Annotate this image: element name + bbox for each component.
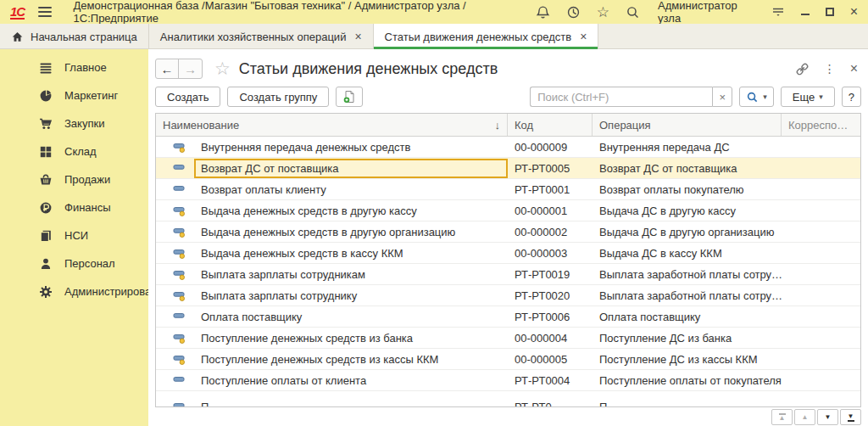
column-header-operation[interactable]: Операция [593, 114, 782, 136]
cell-operation[interactable]: Поступление оплаты от покупателя [593, 370, 782, 390]
table-row[interactable]: Оплата поставщикуРТ-РТ0006Оплата поставщ… [156, 306, 860, 328]
cell-operation[interactable]: Выдача ДС в другую кассу [593, 200, 782, 221]
cell-name[interactable]: Поступление денежных средств из кассы КК… [156, 349, 508, 369]
cell-code[interactable]: РТ-РТ0019 [508, 264, 593, 284]
cell-code[interactable]: РТ-РТ0 [508, 396, 593, 406]
table-row[interactable]: Выдача денежных средств в кассу ККМ00-00… [156, 243, 860, 264]
cell-correspondence[interactable] [782, 221, 860, 242]
cell-correspondence[interactable] [782, 328, 860, 348]
cell-name[interactable]: П [156, 396, 508, 406]
clear-search-icon[interactable]: × [712, 87, 732, 107]
table-row[interactable]: Поступление денежных средств из кассы КК… [156, 349, 860, 370]
sidebar-item-ruble-coin[interactable]: Финансы [0, 193, 148, 221]
cell-code[interactable]: 00-000005 [508, 349, 593, 369]
global-search-icon[interactable] [626, 5, 640, 20]
tab-close-icon[interactable]: × [580, 30, 587, 43]
cell-operation[interactable]: Возврат оплаты покупателю [593, 179, 782, 199]
collapse-panel-icon[interactable] [771, 5, 785, 20]
tab-close-icon[interactable]: × [354, 30, 361, 43]
sidebar-item-cart[interactable]: Закупки [0, 109, 148, 137]
cell-correspondence[interactable] [782, 349, 860, 369]
table-row[interactable]: Выдача денежных средств в другую кассу00… [156, 200, 860, 221]
scroll-up-icon[interactable]: ▲ [794, 409, 815, 425]
favorites-star-icon[interactable]: ☆ [597, 5, 609, 20]
cell-name[interactable]: Выплата зарплаты сотрудникам [156, 264, 508, 284]
cell-correspondence[interactable] [782, 179, 860, 199]
table-row[interactable]: Возврат ДС от поставщикаРТ-РТ0005Возврат… [156, 158, 860, 179]
table-row[interactable]: Выдача денежных средств в другую организ… [156, 221, 860, 243]
search-input[interactable] [530, 87, 712, 107]
cell-name[interactable]: Выдача денежных средств в другую организ… [156, 221, 508, 242]
cell-correspondence[interactable] [782, 200, 860, 221]
back-button[interactable]: ← [156, 59, 179, 78]
sidebar-item-person[interactable]: Персонал [0, 249, 148, 277]
sidebar-item-basket[interactable]: Продажи [0, 165, 148, 193]
cell-code[interactable]: 00-000004 [508, 328, 593, 348]
column-header-name[interactable]: Наименование ↓ [156, 114, 508, 136]
close-form-icon[interactable]: × [850, 61, 858, 76]
get-link-icon[interactable] [795, 62, 810, 76]
sidebar-item-menu-lines[interactable]: Главное [0, 53, 148, 81]
window-close-icon[interactable]: × [850, 6, 858, 18]
cell-operation[interactable]: Поступление ДС из банка [593, 328, 782, 348]
tab-home[interactable]: Начальная страница [0, 24, 149, 49]
scroll-down-icon[interactable]: ▼ [817, 409, 838, 425]
cell-operation[interactable]: Оплата поставщику [593, 306, 782, 327]
sidebar-item-documents[interactable]: НСИ [0, 221, 148, 249]
add-to-favorites-star-icon[interactable]: ☆ [214, 60, 231, 77]
cell-operation[interactable]: Внутренняя передача ДС [593, 137, 782, 157]
cell-correspondence[interactable] [782, 243, 860, 263]
cell-code[interactable]: 00-000003 [508, 243, 593, 263]
scroll-to-bottom-icon[interactable]: ▼ [840, 409, 861, 425]
scroll-to-top-icon[interactable]: ▲ [771, 409, 793, 425]
sidebar-item-pie-chart[interactable]: Маркетинг [0, 81, 148, 109]
cell-code[interactable]: РТ-РТ0020 [508, 285, 593, 305]
cell-name[interactable]: Оплата поставщику [156, 306, 508, 327]
create-group-button[interactable]: Создать группу [227, 87, 329, 107]
cell-code[interactable]: РТ-РТ0004 [508, 370, 593, 390]
current-user[interactable]: Администратор узла [658, 0, 754, 25]
cell-correspondence[interactable] [782, 370, 860, 390]
sidebar-item-grid-blocks[interactable]: Склад [0, 137, 148, 165]
cell-name[interactable]: Поступление оплаты от клиента [156, 370, 508, 390]
cell-operation[interactable]: П [593, 396, 782, 406]
column-header-correspondence[interactable]: Корреспо… [782, 114, 860, 136]
cell-code[interactable]: РТ-РТ0006 [508, 306, 593, 327]
more-button[interactable]: Еще ▾ [781, 87, 835, 107]
copy-item-button[interactable] [336, 87, 363, 107]
cell-code[interactable]: РТ-РТ0001 [508, 179, 593, 199]
cell-operation[interactable]: Выдача ДС в другую организацию [593, 221, 782, 242]
cell-correspondence[interactable] [782, 396, 860, 406]
help-button[interactable]: ? [842, 87, 861, 107]
cell-name[interactable]: Выплата зарплаты сотруднику [156, 285, 508, 305]
cell-name[interactable]: Поступление денежных средств из банка [156, 328, 508, 348]
cell-operation[interactable]: Возврат ДС от поставщика [593, 158, 782, 178]
table-row[interactable]: Внутренняя передача денежных средств00-0… [156, 137, 860, 158]
cell-operation[interactable]: Выплата заработной платы сотру… [593, 285, 782, 305]
forward-button[interactable]: → [179, 59, 202, 78]
cell-correspondence[interactable] [782, 306, 860, 327]
cell-operation[interactable]: Выплата заработной платы сотру… [593, 264, 782, 284]
cell-correspondence[interactable] [782, 158, 860, 178]
maximize-icon[interactable] [826, 8, 833, 16]
cell-name[interactable]: Выдача денежных средств в кассу ККМ [156, 243, 508, 263]
sidebar-item-gear[interactable]: Администрирование [0, 277, 148, 305]
cell-code[interactable]: 00-000001 [508, 200, 593, 221]
cell-name[interactable]: Выдача денежных средств в другую кассу [156, 200, 508, 221]
minimize-icon[interactable] [801, 8, 810, 17]
cell-operation[interactable]: Поступление ДС из кассы ККМ [593, 349, 782, 369]
cell-correspondence[interactable] [782, 264, 860, 284]
table-row[interactable]: ПРТ-РТ0П [156, 396, 860, 406]
create-button[interactable]: Создать [155, 87, 220, 107]
history-icon[interactable] [566, 5, 581, 20]
cell-code[interactable]: РТ-РТ0005 [508, 158, 593, 178]
cell-code[interactable]: 00-000009 [508, 137, 593, 157]
cell-operation[interactable]: Выдача ДС в кассу ККМ [593, 243, 782, 263]
table-row[interactable]: Возврат оплаты клиентуРТ-РТ0001Возврат о… [156, 179, 860, 200]
search-button[interactable]: ▾ [739, 87, 774, 107]
more-options-dots-icon[interactable]: ⋮ [824, 62, 836, 76]
tab-2[interactable]: Статьи движения денежных средств× [374, 24, 599, 49]
table-row[interactable]: Поступление оплаты от клиентаРТ-РТ0004По… [156, 370, 860, 391]
cell-name[interactable]: Возврат ДС от поставщика [156, 158, 508, 178]
main-menu-icon[interactable] [38, 7, 51, 17]
